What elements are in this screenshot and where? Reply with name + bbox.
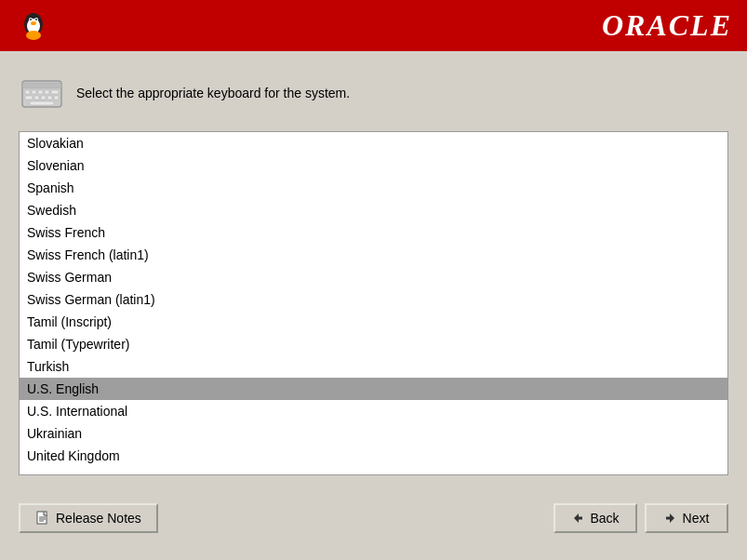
list-item[interactable]: U.S. International [20,400,727,422]
list-item[interactable]: Swedish [20,199,727,221]
footer: Release Notes Back Next [0,492,747,533]
list-item[interactable]: United Kingdom [20,445,727,467]
svg-point-6 [31,21,36,25]
list-item[interactable]: Swiss French [20,221,727,244]
svg-rect-28 [666,517,671,520]
footer-right: Back Next [554,503,728,533]
back-button[interactable]: Back [554,503,637,533]
back-icon [571,512,584,525]
document-icon [35,511,50,526]
svg-rect-18 [47,96,52,100]
list-item[interactable]: Swiss French (latin1) [20,244,727,266]
svg-rect-14 [51,90,59,94]
keyboard-list[interactable]: SlovakianSlovenianSpanishSwedishSwiss Fr… [19,131,728,475]
svg-rect-11 [32,90,36,94]
svg-rect-16 [34,96,39,100]
release-notes-button[interactable]: Release Notes [19,503,158,533]
svg-rect-13 [45,90,49,94]
list-item[interactable]: Turkish [20,355,727,378]
list-item[interactable]: Tamil (Typewriter) [20,333,727,355]
list-item[interactable]: U.S. English [20,378,727,400]
mascot-icon [15,7,52,45]
oracle-logo: ORACLE [602,8,732,43]
list-item[interactable]: Spanish [20,177,727,199]
svg-rect-9 [22,83,61,88]
svg-point-7 [26,31,41,40]
svg-rect-19 [54,96,59,100]
list-item[interactable]: Slovenian [20,154,727,177]
svg-point-4 [30,19,32,20]
next-button[interactable]: Next [645,503,728,533]
svg-point-5 [35,19,37,20]
keyboard-icon [19,70,65,116]
svg-rect-17 [41,96,46,100]
header: ORACLE [0,0,747,51]
instruction-row: Select the appropriate keyboard for the … [19,70,728,116]
instruction-text: Select the appropriate keyboard for the … [76,86,350,100]
main-content: Select the appropriate keyboard for the … [0,51,747,485]
list-item[interactable]: Swiss German (latin1) [20,288,727,311]
list-item[interactable]: Ukrainian [20,422,727,445]
list-item[interactable]: Slovakian [20,132,727,154]
svg-rect-15 [25,96,33,100]
svg-rect-26 [578,517,582,520]
svg-rect-12 [38,90,43,94]
list-item[interactable]: Tamil (Inscript) [20,311,727,333]
list-item[interactable]: Swiss German [20,266,727,288]
svg-rect-10 [25,90,30,94]
footer-left: Release Notes [19,503,158,533]
next-icon [664,512,677,525]
svg-rect-20 [30,101,54,105]
